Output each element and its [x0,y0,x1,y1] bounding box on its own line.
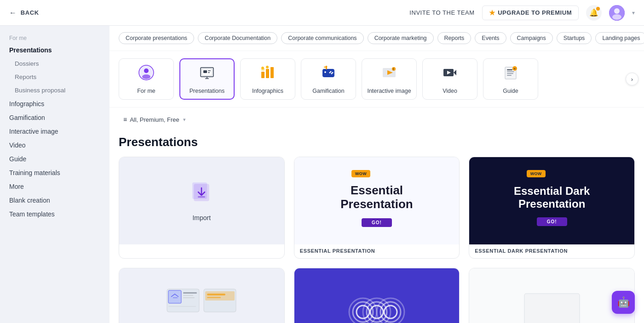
cat-tab-startups[interactable]: Startups [557,32,592,44]
import-icon [190,181,213,210]
back-button[interactable]: ← BACK [9,9,39,17]
sidebar-item-interactive-image[interactable]: Interactive image [0,125,109,138]
sidebar-item-reports[interactable]: Reports [0,70,109,84]
template-card-essential[interactable]: WOW EssentialPresentation GO! ESSENTIAL … [294,157,460,259]
svg-rect-56 [207,294,225,295]
svg-rect-9 [208,70,211,71]
type-cards-wrapper: For me Pr [109,51,644,108]
wow-badge-essential: WOW [351,170,370,177]
essential-thumbnail: WOW EssentialPresentation GO! [294,157,460,244]
svg-rect-15 [270,67,274,78]
svg-rect-46 [198,196,205,198]
bottom-thumb-3 [469,268,634,323]
filter-icon: ≡ [123,116,127,123]
template-card-essential-dark[interactable]: WOW Essential DarkPresentation GO! ESSEN… [469,157,635,259]
upgrade-label: UPGRADE TO PREMIUM [498,9,572,16]
svg-point-25 [331,73,333,74]
cat-tab-corporate-marketing[interactable]: Corporate marketing [368,32,434,44]
bottom-thumb-2 [294,268,460,323]
cat-tab-events[interactable]: Events [475,32,506,44]
filter-button[interactable]: ≡ All, Premium, Free ▾ [119,114,190,125]
back-label: BACK [21,9,39,16]
type-card-for-me[interactable]: For me [119,58,174,100]
essential-dark-thumbnail: WOW Essential DarkPresentation GO! [469,157,634,244]
sidebar-item-business-proposal[interactable]: Business proposal [0,84,109,97]
svg-rect-51 [183,295,193,296]
type-card-gamification-label: Gamification [312,88,344,94]
template-card-import[interactable]: Import [119,157,285,259]
svg-point-18 [261,67,264,69]
svg-rect-29 [324,67,327,68]
template-card-bottom-1[interactable] [119,268,285,323]
cat-tab-landing-pages[interactable]: Landing pages [595,32,644,44]
sidebar: For me Presentations Dossiers Reports Bu… [0,26,109,323]
content-area: Corporate presentations Corporate Docume… [109,26,644,323]
import-label: Import [192,214,211,221]
sidebar-item-presentations[interactable]: Presentations [0,43,109,57]
svg-text:!: ! [393,68,394,71]
cat-tab-campaigns[interactable]: Campaigns [510,32,553,44]
profile-chevron-icon[interactable]: ▾ [632,10,635,16]
sidebar-item-infographics[interactable]: Infographics [0,97,109,111]
wow-badge-dark: WOW [527,170,546,177]
svg-rect-55 [205,291,235,300]
filter-row: ≡ All, Premium, Free ▾ [109,108,644,131]
for-me-icon [138,64,155,84]
upgrade-button[interactable]: ★ UPGRADE TO PREMIUM [482,6,579,20]
chat-bubble-button[interactable]: 🤖 [612,291,635,314]
type-cards: For me Pr [119,58,635,100]
sidebar-item-training-materials[interactable]: Training materials [0,166,109,180]
notification-dot [596,7,600,11]
sidebar-item-gamification[interactable]: Gamification [0,111,109,125]
svg-point-5 [142,74,150,79]
svg-rect-48 [168,290,181,303]
essential-dark-template-name: ESSENTIAL DARK PRESENTATION [469,244,634,258]
guide-icon: ≡ [502,64,519,84]
svg-rect-40 [507,73,513,74]
essential-template-name: ESSENTIAL PRESENTATION [294,244,460,258]
sidebar-item-blank-creation[interactable]: Blank creation [0,193,109,207]
type-card-video[interactable]: Video [422,58,477,100]
bottom-thumb-1 [119,268,284,323]
sidebar-item-dossiers[interactable]: Dossiers [0,57,109,70]
notifications-button[interactable]: 🔔 [586,5,602,21]
svg-rect-13 [261,72,264,78]
svg-rect-52 [183,297,195,298]
sidebar-item-video[interactable]: Video [0,138,109,152]
svg-point-19 [266,66,269,68]
type-card-guide[interactable]: ≡ Guide [483,58,538,100]
svg-rect-67 [524,294,580,323]
interactive-image-icon: ! [381,64,397,84]
sidebar-item-guide[interactable]: Guide [0,152,109,166]
svg-rect-38 [507,69,512,70]
type-card-presentations[interactable]: Presentations [179,58,235,100]
template-card-bottom-3[interactable] [469,268,635,323]
filter-label: All, Premium, Free [130,116,179,123]
svg-rect-22 [325,71,326,73]
topbar: ← BACK INVITE TO THE TEAM ★ UPGRADE TO P… [0,0,644,26]
svg-rect-53 [168,306,196,307]
svg-point-4 [144,68,149,73]
type-card-interactive-image[interactable]: ! Interactive image [362,58,417,100]
type-card-guide-label: Guide [503,88,518,94]
cat-tab-reports[interactable]: Reports [437,32,472,44]
essential-title: EssentialPresentation [340,184,413,211]
cat-tab-corporate-documentation[interactable]: Corporate Documentation [198,32,277,44]
type-cards-next-arrow[interactable]: › [626,73,638,85]
sidebar-item-team-templates[interactable]: Team templates [0,207,109,221]
cat-tab-corporate-presentations[interactable]: Corporate presentations [119,32,194,44]
type-card-infographics[interactable]: Infographics [240,58,295,100]
invite-button[interactable]: INVITE TO THE TEAM [409,9,474,16]
type-card-for-me-label: For me [137,88,155,94]
svg-marker-35 [454,70,456,75]
section-title: Presentations [109,131,644,157]
svg-point-2 [612,14,621,20]
avatar[interactable] [609,5,625,21]
cat-tab-corporate-communications[interactable]: Corporate communications [281,32,363,44]
type-card-gamification[interactable]: Gamification [301,58,356,100]
sidebar-item-more[interactable]: More [0,180,109,193]
infographics-icon [259,64,276,84]
svg-rect-14 [266,69,269,78]
presentations-icon [199,64,215,84]
template-card-bottom-2[interactable] [294,268,460,323]
